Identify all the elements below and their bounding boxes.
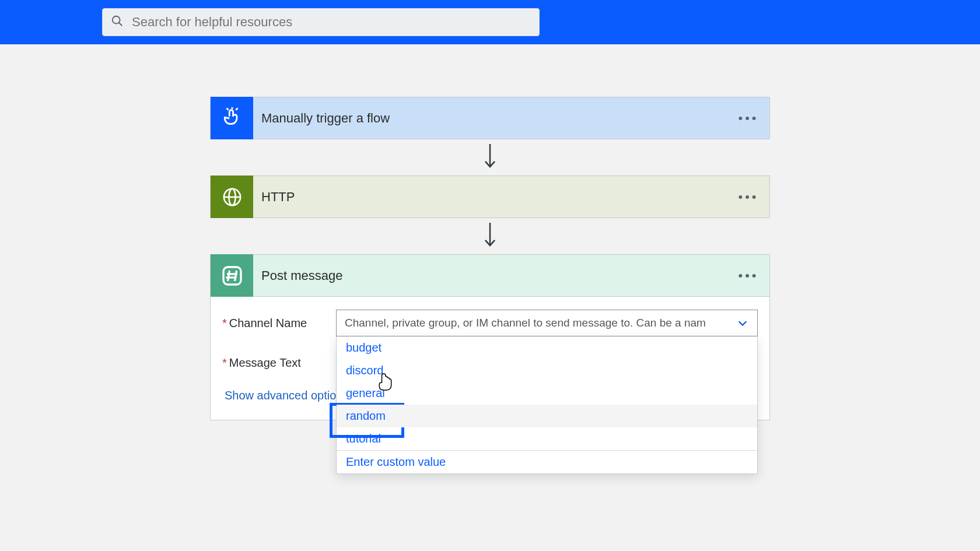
chevron-down-icon	[736, 317, 749, 329]
more-icon[interactable]: •••	[734, 268, 762, 283]
show-advanced-options-link[interactable]: Show advanced options	[225, 389, 348, 402]
more-icon[interactable]: •••	[734, 189, 762, 205]
svg-line-9	[235, 271, 236, 281]
dropdown-item-general[interactable]: general	[337, 382, 757, 405]
channel-name-row: *Channel Name Channel, private group, or…	[222, 310, 758, 336]
svg-point-0	[113, 16, 120, 24]
search-box[interactable]	[102, 8, 540, 36]
flow-canvas: Manually trigger a flow ••• HTTP •••	[0, 44, 980, 467]
trigger-card[interactable]: Manually trigger a flow •••	[210, 97, 770, 139]
http-title: HTTP	[261, 189, 734, 205]
dropdown-item-budget[interactable]: budget	[337, 336, 757, 359]
hash-icon	[211, 254, 253, 297]
svg-rect-7	[223, 267, 241, 285]
top-bar	[0, 0, 980, 44]
post-message-card-header[interactable]: Post message •••	[210, 254, 770, 297]
search-input[interactable]	[132, 15, 531, 30]
trigger-title: Manually trigger a flow	[261, 111, 734, 126]
channel-name-placeholder: Channel, private group, or IM channel to…	[345, 317, 706, 329]
more-icon[interactable]: •••	[734, 111, 762, 126]
globe-icon	[211, 176, 253, 218]
message-text-label: *Message Text	[222, 356, 336, 370]
dropdown-item-discord[interactable]: discord	[337, 359, 757, 382]
svg-line-1	[119, 23, 123, 26]
channel-name-label: *Channel Name	[222, 317, 336, 330]
dropdown-item-custom[interactable]: Enter custom value	[337, 450, 757, 473]
dropdown-item-tutorial[interactable]: tutorial	[337, 427, 757, 450]
channel-name-select[interactable]: Channel, private group, or IM channel to…	[336, 310, 758, 336]
arrow-down-icon	[482, 218, 498, 254]
post-message-title: Post message	[261, 268, 734, 283]
channel-dropdown: budget discord general random tutorial E…	[336, 336, 758, 474]
search-icon	[111, 15, 124, 30]
svg-line-8	[228, 271, 229, 281]
http-card[interactable]: HTTP •••	[210, 176, 770, 218]
arrow-down-icon	[482, 139, 498, 176]
post-message-card-body: *Channel Name Channel, private group, or…	[210, 297, 770, 420]
touch-icon	[211, 97, 253, 139]
dropdown-item-random[interactable]: random	[337, 405, 757, 427]
